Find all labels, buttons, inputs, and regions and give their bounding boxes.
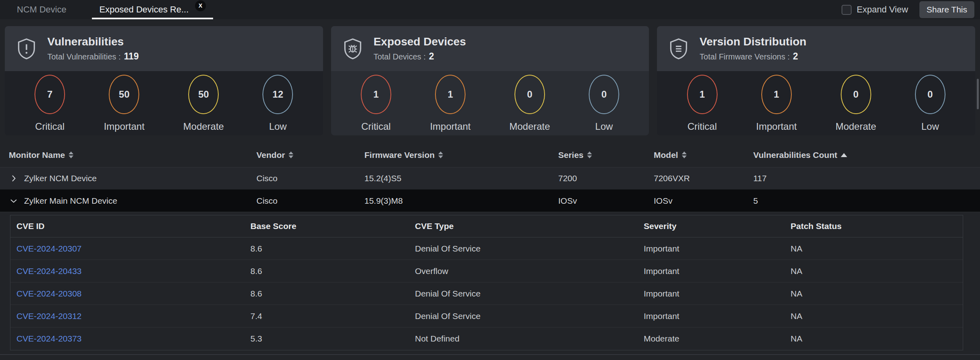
cell-patch-status: NA [791,266,963,276]
severity-label: Important [756,121,797,132]
divider [0,354,980,355]
severity-stat-moderate: 0 Moderate [836,75,876,132]
column-header-series[interactable]: Series [558,150,654,160]
table-row: CVE-2024-20307 8.6 Denial Of Service Imp… [10,237,963,260]
sort-ascending-icon [841,153,847,157]
severity-stat-important: 1 Important [430,75,470,132]
severity-count: 1 [373,89,378,100]
cell-firmware-version: 15.9(3)M8 [364,196,558,206]
table-row: CVE-2024-20308 8.6 Denial Of Service Imp… [10,282,963,305]
severity-label: Critical [361,121,390,132]
cell-severity: Important [644,311,791,321]
cve-id-link[interactable]: CVE-2024-20433 [16,266,81,276]
shield-list-icon [668,37,689,60]
cell-base-score: 8.6 [250,266,415,276]
panel-exposed-devices-header: Exposed Devices Total Devices : 2 [331,26,649,71]
cell-cve-type: Denial Of Service [415,244,644,254]
column-header-model[interactable]: Model [654,150,753,160]
panel-vulnerabilities-body: 7 Critical 50 Important 50 Moderate 12 L… [5,71,323,135]
severity-label: Moderate [509,121,550,132]
column-header-vendor[interactable]: Vendor [256,150,364,160]
severity-label: Moderate [836,121,876,132]
panel-version-distribution-body: 1 Critical 1 Important 0 Moderate 0 Low [657,71,975,135]
cell-model: 7206VXR [654,174,753,183]
cell-vendor: Cisco [256,174,364,183]
cell-series: 7200 [558,174,654,183]
share-this-button[interactable]: Share This [919,1,974,18]
severity-label: Moderate [183,121,224,132]
severity-stat-low: 0 Low [915,75,945,132]
severity-stat-important: 50 Important [104,75,144,132]
expand-view-checkbox[interactable] [842,5,852,15]
cell-severity: Important [644,266,791,276]
close-icon[interactable]: X [195,0,206,11]
panel-total: 2 [429,51,434,62]
severity-label: Critical [687,121,717,132]
sort-both-icon [438,151,443,158]
cve-id-link[interactable]: CVE-2024-20307 [16,244,81,253]
table-row: CVE-2024-20373 5.3 Not Defined Moderate … [10,327,963,350]
chevron-down-icon[interactable] [9,196,18,206]
tab-bar: NCM Device Exposed Devices Re... X Expan… [0,0,980,19]
sort-both-icon [69,151,73,158]
cell-severity: Important [644,289,791,299]
panel-version-distribution-header: Version Distribution Total Firmware Vers… [657,26,975,71]
severity-count: 12 [272,89,283,100]
column-header-patch-status: Patch Status [791,221,963,231]
column-header-firmware-version[interactable]: Firmware Version [364,150,558,160]
severity-label: Low [595,121,613,132]
severity-stat-critical: 1 Critical [687,75,718,132]
cell-cve-type: Overflow [415,266,644,276]
severity-stat-low: 0 Low [589,75,619,132]
cve-table: CVE ID Base Score CVE Type Severity Patc… [10,215,963,350]
severity-stat-critical: 1 Critical [361,75,391,132]
severity-stat-moderate: 0 Moderate [509,75,550,132]
severity-count: 1 [447,89,453,100]
cell-vulnerabilities-count: 117 [753,174,980,183]
cve-id-link[interactable]: CVE-2024-20373 [16,334,81,343]
cell-firmware-version: 15.2(4)S5 [364,174,558,183]
shield-alert-icon [16,37,37,60]
cell-cve-type: Denial Of Service [415,289,644,299]
table-row-zylker-main-ncm-device[interactable]: Zylker Main NCM Device Cisco 15.9(3)M8 I… [0,190,980,212]
tab-ncm-device[interactable]: NCM Device [10,0,73,19]
cve-id-link[interactable]: CVE-2024-20308 [16,289,81,298]
severity-stat-low: 12 Low [262,75,293,132]
column-label: Firmware Version [364,150,435,160]
table-row-zylker-ncm-device[interactable]: Zylker NCM Device Cisco 15.2(4)S5 7200 7… [0,168,980,190]
cell-severity: Important [644,244,791,254]
sort-both-icon [289,151,293,158]
tab-exposed-devices-report[interactable]: Exposed Devices Re... X [92,0,213,19]
scrollbar[interactable] [977,79,979,109]
shield-bug-icon [342,37,363,60]
cell-patch-status: NA [791,289,963,299]
table-row: CVE-2024-20312 7.4 Denial Of Service Imp… [10,305,963,327]
cell-patch-status: NA [791,334,963,344]
panel-exposed-devices-body: 1 Critical 1 Important 0 Moderate 0 Low [331,71,649,135]
cell-base-score: 7.4 [250,311,415,321]
severity-count: 0 [853,89,858,100]
column-header-severity: Severity [644,221,791,231]
panel-vulnerabilities-header: Vulnerabilities Total Vulnerabilities : … [5,26,323,71]
column-label: Series [558,150,584,160]
expand-view-toggle[interactable]: Expand View [842,4,908,15]
severity-stat-critical: 7 Critical [35,75,65,132]
column-header-vulnerabilities-count[interactable]: Vulnerabilities Count [753,150,980,160]
cell-cve-type: Not Defined [415,334,644,344]
panel-vulnerabilities: Vulnerabilities Total Vulnerabilities : … [5,26,323,135]
column-header-monitor-name[interactable]: Monitor Name [9,150,256,160]
panel-title: Exposed Devices [374,35,466,48]
chevron-right-icon[interactable] [9,174,18,183]
sort-both-icon [682,151,687,158]
severity-label: Low [921,121,939,132]
device-table-header: Monitor Name Vendor Firmware Version Ser… [0,143,980,168]
panel-exposed-devices: Exposed Devices Total Devices : 2 1 Crit… [331,26,649,135]
cell-base-score: 5.3 [250,334,415,344]
tab-label: NCM Device [17,4,66,15]
severity-count: 0 [601,89,606,100]
severity-count: 1 [774,89,779,100]
panel-subtitle: Total Vulnerabilities : [47,52,121,61]
cve-id-link[interactable]: CVE-2024-20312 [16,311,81,321]
column-label: Monitor Name [9,150,65,160]
severity-label: Important [104,121,144,132]
